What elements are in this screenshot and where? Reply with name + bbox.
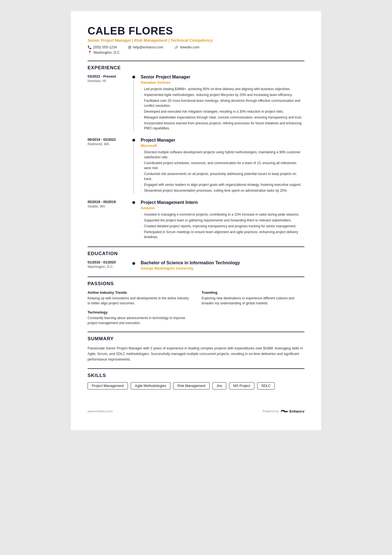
timeline-dot-1 [132,76,135,78]
enhancv-brand-name: Enhancv [289,409,304,413]
company-2: Microsoft [141,144,304,148]
skill-tag-1: Project Management [88,382,128,389]
contact-row-1: 📞 (555) 555-1234 @ help@enhancv.com 🔗 li… [88,45,304,49]
skill-tag-3: Risk Management [173,382,210,389]
edu-right-1: Bachelor of Science in Information Techn… [137,260,304,270]
job-title-3: Project Management Intern [141,200,304,205]
passions-divider [88,277,304,277]
bullet-1-4: Developed and executed risk mitigation s… [141,109,304,114]
link-icon: 🔗 [174,45,178,49]
exp-right-2: Project Manager Microsoft Directed multi… [137,138,304,194]
candidate-name: CALEB FLORES [88,25,304,37]
email-icon: @ [128,45,131,49]
timeline-line-1 [133,79,134,132]
edu-dot-col-1 [131,260,137,270]
passion-text-1: Keeping up with innovations and developm… [88,296,190,306]
passion-title-3: Technology [88,310,190,314]
job-title-1: Senior Project Manager [141,75,304,80]
bullet-1-2: Implemented Agile methodologies, reducin… [141,92,304,97]
exp-right-1: Senior Project Manager Hawaiian Airlines… [137,75,304,132]
passions-section-title: PASSIONS [88,281,304,287]
enhancv-logo: Enhancv [281,409,304,413]
linkedin-contact: 🔗 linkedin.com [174,45,199,49]
education-divider [88,246,304,247]
skills-divider [88,368,304,369]
summary-divider [88,332,304,332]
powered-by-text: Powered by [263,410,279,413]
footer-website: www.enhancv.com [88,410,113,413]
timeline-dot-2 [132,139,135,142]
experience-section-title: EXPERIENCE [88,65,304,71]
bullet-2-1: Directed multiple software development p… [141,150,304,160]
bullet-3-1: Assisted in managing e-commerce projects… [141,212,304,217]
resume-page: CALEB FLORES Senior Project Manager | Ri… [71,11,321,430]
timeline-dot-3 [132,201,135,204]
education-section-title: EDUCATION [88,251,304,256]
passion-item-2: Traveling Exploring new destinations to … [202,290,304,306]
phone-icon: 📞 [88,45,92,49]
location-row: 📍 Washington, D.C. [88,50,304,55]
passion-title-1: Airline Industry Trends [88,290,190,295]
summary-section-title: SUMMARY [88,336,304,342]
exp-left-2: 06/2019 - 02/2022 Redmond, WA [88,138,131,194]
summary-text: Passionate Senior Project Manager with 3… [88,346,304,362]
location-value: Washington, D.C. [93,51,121,55]
bullet-2-5: Streamlined project documentation proces… [141,188,304,193]
edu-left-1: 01/2016 - 01/2020 Washington, D.C. [88,260,131,270]
company-1: Hawaiian Airlines [141,80,304,85]
exp-right-3: Project Management Intern Amazon Assiste… [137,200,304,240]
bullet-1-3: Facilitated over 20 cross-functional tea… [141,98,304,108]
skills-row: Project Management Agile Methodologies R… [88,382,304,389]
edu-location-1: Washington, D.C. [88,265,131,269]
bullets-3: Assisted in managing e-commerce projects… [141,212,304,240]
candidate-subtitle: Senior Project Manager | Risk Management… [88,38,304,43]
skill-tag-6: SDLC [257,382,275,389]
timeline-col-1 [131,75,137,132]
experience-item-3: 05/2018 - 05/2019 Seattle, WA Project Ma… [88,200,304,240]
timeline-col-3 [131,200,137,240]
timeline-col-2 [131,138,137,194]
bullet-1-5: Managed stakeholder expectations through… [141,115,304,120]
exp-date-3: 05/2018 - 05/2019 [88,200,131,204]
email-contact: @ help@enhancv.com [128,45,163,49]
bullet-2-3: Conducted risk assessments on all projec… [141,171,304,181]
enhancv-logo-icon [281,409,288,413]
edu-school-1: George Washington University [141,266,304,270]
skill-tag-4: Jira [212,382,226,389]
header: CALEB FLORES Senior Project Manager | Ri… [88,25,304,55]
location-icon: 📍 [88,50,92,55]
exp-location-1: Honolulu, HI [88,79,131,83]
bullet-3-3: Created detailed project reports, improv… [141,224,304,229]
email-value: help@enhancv.com [133,45,163,49]
passion-item-3: Technology Constantly learning about adv… [88,310,190,325]
experience-item-1: 03/2022 - Present Honolulu, HI Senior Pr… [88,75,304,132]
bullets-2: Directed multiple software development p… [141,150,304,193]
footer: www.enhancv.com Powered by Enhancv [88,406,304,413]
passion-text-2: Exploring new destinations to experience… [202,296,304,306]
phone-contact: 📞 (555) 555-1234 [88,45,117,49]
skills-section-title: SKILLS [88,373,304,378]
bullet-3-4: Participated in Scrum meetings to ensure… [141,230,304,240]
experience-divider [88,61,304,61]
job-title-2: Project Manager [141,138,304,143]
edu-date-1: 01/2016 - 01/2020 [88,260,131,264]
passion-item-1: Airline Industry Trends Keeping up with … [88,290,190,306]
experience-item-2: 06/2019 - 02/2022 Redmond, WA Project Ma… [88,138,304,194]
bullet-2-4: Engaged with senior leaders to align pro… [141,182,304,187]
exp-left-1: 03/2022 - Present Honolulu, HI [88,75,131,132]
passion-title-2: Traveling [202,290,304,295]
bullet-2-2: Coordinated project schedules, resources… [141,161,304,171]
bullet-1-1: Led projects totaling $3MM+, achieving 9… [141,87,304,92]
exp-left-3: 05/2018 - 05/2019 Seattle, WA [88,200,131,240]
exp-location-3: Seattle, WA [88,204,131,208]
education-item-1: 01/2016 - 01/2020 Washington, D.C. Bache… [88,260,304,270]
exp-location-2: Redmond, WA [88,142,131,146]
bullets-1: Led projects totaling $3MM+, achieving 9… [141,87,304,131]
passion-text-3: Constantly learning about advancements i… [88,315,190,325]
company-3: Amazon [141,206,304,210]
skill-tag-2: Agile Methodologies [131,382,170,389]
linkedin-value: linkedin.com [180,45,199,49]
edu-degree-1: Bachelor of Science in Information Techn… [141,260,304,265]
phone-value: (555) 555-1234 [93,45,117,49]
exp-date-1: 03/2022 - Present [88,75,131,78]
